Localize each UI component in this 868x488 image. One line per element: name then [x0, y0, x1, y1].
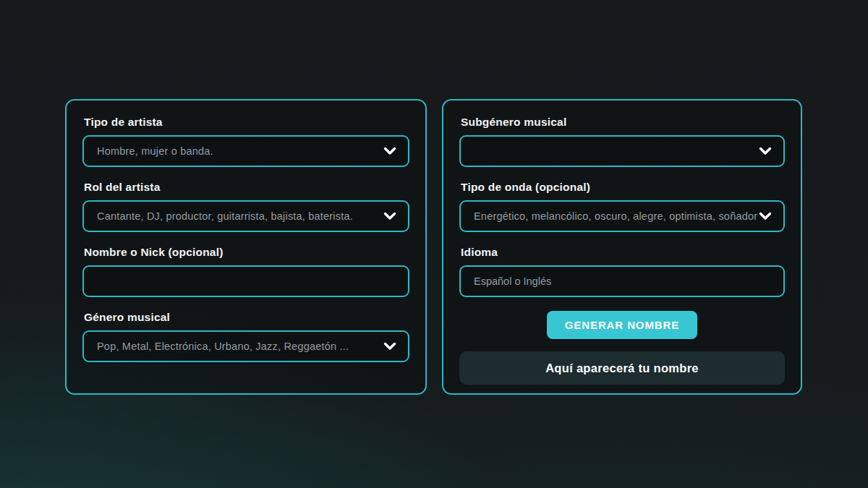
select-placeholder: Pop, Metal, Electrónica, Urbano, Jazz, R…	[97, 341, 383, 352]
artist-name-generator-page: { "theme": { "accent": "#2db7c4", "butto…	[0, 0, 868, 488]
rol-del-artista-select[interactable]: Cantante, DJ, productor, guitarrista, ba…	[82, 200, 409, 232]
field-label: Género musical	[84, 311, 409, 323]
field-label: Tipo de artista	[84, 116, 409, 128]
nombre-o-nick-input[interactable]	[82, 265, 409, 297]
idioma-input[interactable]	[459, 265, 785, 297]
generate-name-button[interactable]: GENERAR NOMBRE	[547, 311, 697, 339]
subgenero-musical-select[interactable]	[459, 135, 785, 167]
field-genero-musical: Género musical Pop, Metal, Electrónica, …	[82, 311, 409, 362]
select-placeholder: Hombre, mujer o banda.	[97, 145, 383, 157]
generated-name-result-box: Aquí aparecerá tu nombre	[459, 351, 785, 385]
genero-musical-select[interactable]: Pop, Metal, Electrónica, Urbano, Jazz, R…	[82, 330, 409, 362]
field-label: Idioma	[461, 246, 785, 258]
tipo-de-artista-select[interactable]: Hombre, mujer o banda.	[82, 135, 409, 167]
chevron-down-icon	[383, 212, 396, 221]
chevron-down-icon	[383, 342, 396, 351]
generate-button-row: GENERAR NOMBRE	[459, 311, 785, 339]
field-label: Nombre o Nick (opcional)	[84, 246, 409, 258]
chevron-down-icon	[759, 212, 772, 221]
field-label: Subgénero musical	[461, 116, 785, 128]
chevron-down-icon	[759, 147, 772, 155]
field-subgenero-musical: Subgénero musical	[459, 116, 785, 167]
field-tipo-de-artista: Tipo de artista Hombre, mujer o banda.	[82, 116, 409, 167]
field-idioma: Idioma	[459, 246, 785, 297]
field-tipo-de-onda: Tipo de onda (opcional) Energético, mela…	[459, 181, 785, 232]
field-label: Rol del artista	[84, 181, 409, 193]
artist-form-panel-left: Tipo de artista Hombre, mujer o banda. R…	[65, 99, 427, 395]
field-label: Tipo de onda (opcional)	[461, 181, 785, 193]
select-placeholder: Cantante, DJ, productor, guitarrista, ba…	[97, 210, 383, 222]
chevron-down-icon	[383, 147, 396, 155]
select-placeholder: Energético, melancólico, oscuro, alegre,…	[474, 210, 759, 222]
field-nombre-o-nick: Nombre o Nick (opcional)	[82, 246, 409, 297]
tipo-de-onda-select[interactable]: Energético, melancólico, oscuro, alegre,…	[459, 200, 785, 232]
field-rol-del-artista: Rol del artista Cantante, DJ, productor,…	[82, 181, 409, 232]
generated-name-placeholder-text: Aquí aparecerá tu nombre	[545, 361, 699, 375]
artist-form-panel-right: Subgénero musical Tipo de onda (opcional…	[442, 99, 802, 395]
